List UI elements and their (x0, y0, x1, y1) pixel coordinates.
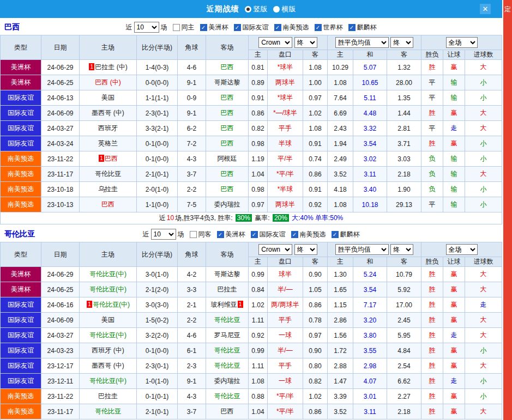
home-team[interactable]: 哥伦比亚(中) (80, 374, 137, 389)
wdl-away-odds: 10.79 (387, 267, 421, 282)
company-select[interactable]: Crown (258, 244, 292, 255)
home-team[interactable]: 美国 (80, 313, 137, 328)
home-team[interactable]: 1巴拉圭 (中) (80, 60, 137, 75)
score: 2-1(2-0) (137, 282, 178, 297)
away-team[interactable]: 委内瑞拉 (206, 197, 249, 212)
same-venue-checkbox[interactable] (173, 24, 180, 31)
league-checkbox[interactable]: ✓ (217, 231, 224, 238)
odds-home: 1.08 (249, 374, 268, 389)
home-team[interactable]: 哥伦比亚 (80, 167, 137, 182)
corners: 7-5 (178, 197, 206, 212)
league-checkbox[interactable]: ✓ (200, 24, 207, 31)
match-count-select[interactable]: 10 (151, 229, 176, 240)
league-checkbox[interactable]: ✓ (251, 231, 258, 238)
away-team[interactable]: 巴西 (206, 404, 249, 419)
league-checkbox[interactable]: ✓ (332, 231, 339, 238)
team-label: 巴西 (221, 124, 234, 132)
league-checkbox[interactable]: ✓ (315, 24, 322, 31)
summary-prefix: 近 (159, 214, 166, 222)
home-team[interactable]: 英格兰 (80, 136, 137, 151)
league-checkbox[interactable]: ✓ (234, 24, 241, 31)
home-team[interactable]: 哥伦比亚 (80, 404, 137, 419)
away-team[interactable]: 哥伦比亚 (206, 343, 249, 358)
away-team[interactable]: 巴西 (206, 167, 249, 182)
match-row: 美洲杯24-06-291巴拉圭 (中)1-4(0-3)4-6巴西0.81*球半1… (1, 60, 502, 75)
away-team[interactable]: 哥斯达黎 (206, 267, 249, 282)
home-team[interactable]: 巴拉圭 (80, 389, 137, 404)
competition-type: 国际友谊 (1, 313, 41, 328)
home-team[interactable]: 美国 (80, 90, 137, 106)
wdl-draw-odds: 10.65 (353, 75, 387, 90)
away-team[interactable]: 哥伦比亚 (206, 389, 249, 404)
match-row: 美洲杯24-06-29哥伦比亚(中)3-0(1-0)4-2哥斯达黎0.99球半0… (1, 267, 502, 282)
match-date: 23-11-22 (41, 151, 80, 167)
match-count-select[interactable]: 10 (134, 22, 159, 33)
radio-selected-icon[interactable] (245, 6, 251, 13)
home-team[interactable]: 1哥伦比亚(中) (80, 297, 137, 313)
league-label: 国际友谊 (260, 230, 286, 239)
away-team[interactable]: 巴拉圭 (206, 282, 249, 297)
home-team[interactable]: 巴西 (中) (80, 75, 137, 90)
company-select[interactable]: Crown (258, 37, 292, 48)
league-checkbox[interactable]: ✓ (274, 24, 281, 31)
away-team[interactable]: 哥伦比亚 (206, 313, 249, 328)
away-team[interactable]: 哥伦比亚 (206, 358, 249, 374)
home-team[interactable]: 哥伦比亚(中) (80, 267, 137, 282)
wdl-average-select[interactable]: 胜平负均值 (335, 244, 389, 255)
home-team[interactable]: 西班牙 (中) (80, 343, 137, 358)
wdl-average-select[interactable]: 胜平负均值 (335, 37, 389, 48)
team-label: 英格兰 (98, 139, 118, 147)
away-team[interactable]: 哥斯达黎 (206, 75, 249, 90)
close-button[interactable]: ✕ (480, 4, 491, 14)
home-team[interactable]: 哥伦比亚(中) (80, 282, 137, 297)
wdl-away-odds: 2.18 (387, 167, 421, 182)
home-team[interactable]: 哥伦比亚(中) (80, 328, 137, 343)
odds-stage-select[interactable]: 终 (294, 37, 317, 48)
away-team[interactable]: 阿根廷 (206, 151, 249, 167)
away-team[interactable]: 巴西 (206, 60, 249, 75)
away-team[interactable]: 巴西 (206, 106, 249, 121)
wdl-stage-select[interactable]: 终 (390, 37, 413, 48)
away-team[interactable]: 玻利维亚1 (206, 297, 249, 313)
team-label: 巴拉圭 (98, 392, 118, 400)
home-team[interactable]: 乌拉圭 (80, 182, 137, 197)
away-team[interactable]: 巴西 (206, 182, 249, 197)
wdl-draw-odds: 3.01 (353, 389, 387, 404)
home-team[interactable]: 西班牙 (80, 121, 137, 136)
competition-type: 国际友谊 (1, 121, 41, 136)
home-team[interactable]: 墨西哥 (中) (80, 106, 137, 121)
layout-vertical-option[interactable]: 竖版 (245, 4, 268, 14)
col-type: 类型 (1, 35, 41, 60)
away-team[interactable]: 巴西 (206, 90, 249, 106)
unit-label: 场 (178, 230, 184, 239)
corners: 0-9 (178, 90, 206, 106)
home-team[interactable]: 1巴西 (80, 151, 137, 167)
scope-select[interactable]: 全场 (446, 244, 478, 255)
wdl-home-odds: 1.72 (328, 343, 353, 358)
away-team[interactable]: 巴西 (206, 136, 249, 151)
radio-unselected-icon[interactable] (273, 6, 280, 13)
scope-select[interactable]: 全场 (446, 37, 478, 48)
wdl-stage-select[interactable]: 终 (390, 244, 413, 255)
team-label: 巴西 (221, 139, 234, 147)
league-checkbox[interactable]: ✓ (291, 231, 298, 238)
away-team[interactable]: 巴西 (206, 121, 249, 136)
corners: 4-2 (178, 267, 206, 282)
odds-stage-select[interactable]: 终 (294, 244, 317, 255)
league-checkbox[interactable]: ✓ (348, 24, 356, 31)
home-team[interactable]: 墨西哥 (中) (80, 358, 137, 374)
away-team[interactable]: 委内瑞拉 (206, 374, 249, 389)
wdl-draw-odds: 3.11 (353, 404, 387, 419)
league-label: 美洲杯 (226, 230, 245, 239)
result-outcome: 胜 (421, 404, 443, 419)
same-venue-checkbox[interactable] (190, 231, 197, 238)
competition-type: 南美预选 (1, 404, 41, 419)
layout-horizontal-option[interactable]: 横版 (273, 4, 296, 14)
handicap-rate-badge: 20% (273, 214, 289, 222)
col-odds-home: 主 (249, 257, 268, 267)
result-handicap: 赢 (443, 358, 465, 374)
away-team[interactable]: 罗马尼亚 (206, 328, 249, 343)
odds-home: 0.99 (249, 267, 268, 282)
home-team[interactable]: 巴西 (80, 197, 137, 212)
competition-type: 国际友谊 (1, 106, 41, 121)
